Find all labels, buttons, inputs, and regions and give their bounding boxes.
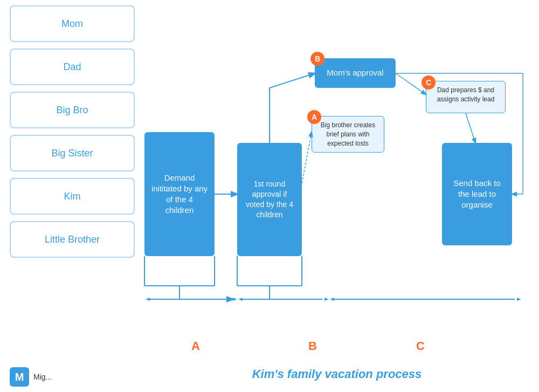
moms-approval-box: Mom's approval [315, 58, 396, 88]
diagram-container: Mom Dad Big Bro Big Sister Kim Little Br… [0, 0, 539, 392]
annotation-c-box: Dad prepares $ and assigns activity lead [426, 81, 506, 113]
badge-a-annotation: A [307, 110, 321, 124]
svg-marker-12 [146, 298, 150, 301]
badge-c-annotation: C [421, 75, 436, 90]
logo-area: M Mig... [10, 367, 52, 387]
swimlane-bigsister: Big Sister [10, 135, 135, 171]
annotation-a-box: Big brother creates brief plans with exp… [312, 116, 384, 153]
phase-b-label: B [308, 339, 317, 353]
swimlane-mom: Mom [10, 5, 135, 42]
swimlane-kim: Kim [10, 178, 135, 215]
send-back-box: Send back to the lead to organise [442, 143, 512, 245]
demand-box: Demand inititated by any of the 4 childr… [144, 132, 215, 256]
swimlane-littlebrother: Little Brother [10, 221, 135, 258]
svg-marker-13 [233, 298, 237, 301]
swimlane-bigbro: Big Bro [10, 92, 135, 128]
phase-c-label: C [416, 339, 425, 353]
svg-line-5 [466, 113, 475, 143]
swimlane-dad: Dad [10, 49, 135, 85]
badge-b-moms-approval: B [310, 52, 324, 66]
swimlane-labels: Mom Dad Big Bro Big Sister Kim Little Br… [10, 5, 135, 258]
logo-text: Mig... [33, 373, 52, 382]
svg-line-3 [302, 132, 312, 183]
svg-marker-19 [517, 298, 521, 301]
svg-marker-15 [238, 298, 243, 301]
svg-line-2 [270, 73, 315, 88]
svg-marker-18 [330, 298, 334, 301]
logo-icon: M [10, 367, 29, 387]
first-round-box: 1st round approval if voted by the 4 chi… [237, 143, 302, 256]
svg-marker-16 [324, 298, 329, 301]
phase-a-label: A [191, 339, 200, 353]
bottom-title: Kim's family vacation process [146, 367, 528, 381]
